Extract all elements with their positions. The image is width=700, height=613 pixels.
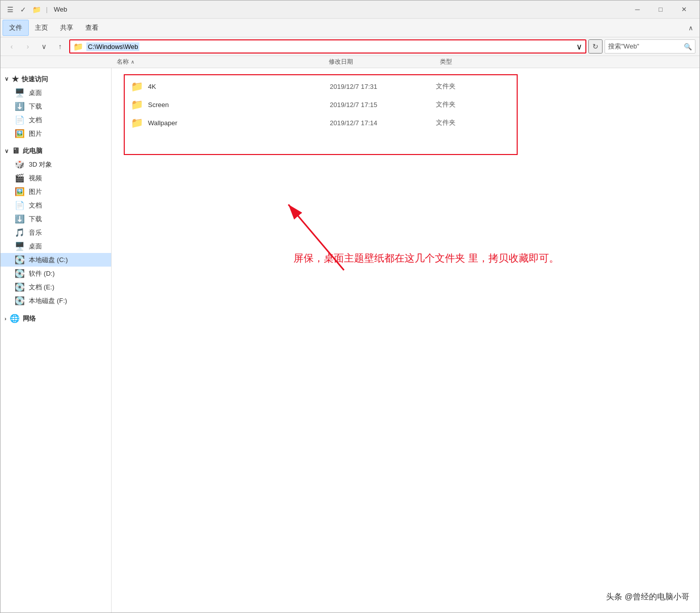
file-date-wallpaper: 2019/12/7 17:14: [330, 119, 431, 127]
sidebar-item-music[interactable]: 🎵 音乐: [1, 226, 111, 239]
col-type[interactable]: 类型: [440, 58, 695, 66]
file-date-4k: 2019/12/7 17:31: [330, 83, 431, 90]
sidebar-item-drive-d[interactable]: 💽 软件 (D:): [1, 267, 111, 280]
window-title: Web: [54, 6, 67, 13]
search-icon[interactable]: 🔍: [684, 43, 692, 50]
forward-button[interactable]: ›: [21, 39, 35, 54]
sidebar-item-downloads-quick[interactable]: ⬇️ 下载: [1, 99, 111, 113]
music-icon: 🎵: [15, 228, 25, 237]
sidebar-network-header[interactable]: › 🌐 网络: [1, 312, 111, 325]
sidebar-item-pictures-quick[interactable]: 🖼️ 图片: [1, 127, 111, 140]
drive-e-icon: 💽: [15, 282, 25, 292]
this-pc-label: 此电脑: [23, 146, 42, 156]
drive-c-icon: 💽: [15, 255, 25, 265]
address-folder-icon: 📁: [73, 42, 83, 52]
quick-access-chevron: ∨: [5, 76, 9, 82]
menu-share[interactable]: 共享: [54, 20, 79, 35]
drive-f-icon: 💽: [15, 296, 25, 305]
sidebar-item-video[interactable]: 🎬 视频: [1, 171, 111, 185]
back-button[interactable]: ‹: [5, 39, 19, 54]
file-date-screen: 2019/12/7 17:15: [330, 101, 431, 109]
search-placeholder: 搜索"Web": [608, 42, 682, 51]
sidebar-item-3d[interactable]: 🎲 3D 对象: [1, 158, 111, 171]
sidebar-quick-access-header[interactable]: ∨ ★ 快速访问: [1, 72, 111, 86]
video-icon: 🎬: [15, 173, 25, 183]
address-bar[interactable]: 📁 C:\Windows\Web ∨: [69, 39, 586, 54]
title-bar-icons: ☰ ✓ 📁 |: [5, 4, 47, 15]
arrow-svg: [263, 189, 415, 280]
refresh-button[interactable]: ↻: [588, 39, 603, 54]
sidebar-this-pc-header[interactable]: ∨ 🖥 此电脑: [1, 144, 111, 158]
file-name-screen: Screen: [148, 101, 325, 109]
file-list-box: 📁 4K 2019/12/7 17:31 文件夹 📁 Screen 2019/1…: [124, 74, 518, 155]
up-button[interactable]: ↑: [53, 39, 67, 54]
title-bar-controls: ─ □ ✕: [626, 1, 695, 19]
sidebar-item-desktop-quick[interactable]: 🖥️ 桌面: [1, 86, 111, 99]
3d-icon: 🎲: [15, 160, 25, 169]
table-row[interactable]: 📁 4K 2019/12/7 17:31 文件夹: [125, 77, 517, 95]
sidebar-item-pictures[interactable]: 🖼️ 图片: [1, 185, 111, 198]
sidebar-item-documents-quick[interactable]: 📄 文档: [1, 113, 111, 127]
maximize-button[interactable]: □: [649, 1, 672, 19]
window: ☰ ✓ 📁 | Web ─ □ ✕ 文件 主页 共享 查看 ∧ ‹ › ∨ ↑ …: [0, 0, 700, 613]
quick-access-label: 快速访问: [22, 75, 48, 84]
file-name-wallpaper: Wallpaper: [148, 119, 325, 127]
watermark: 头条 @曾经的电脑小哥: [606, 592, 689, 602]
sidebar-item-downloads[interactable]: ⬇️ 下载: [1, 212, 111, 226]
star-icon: ★: [12, 74, 19, 84]
annotation-text: 屏保，桌面主题壁纸都在这几个文件夹 里，拷贝收藏即可。: [293, 250, 559, 266]
menu-home[interactable]: 主页: [29, 20, 54, 35]
ribbon: 文件 主页 共享 查看 ∧: [1, 19, 699, 37]
folder-icon-4k: 📁: [131, 80, 143, 92]
computer-icon: 🖥: [12, 146, 20, 156]
title-bar: ☰ ✓ 📁 | Web ─ □ ✕: [1, 1, 699, 19]
file-type-4k: 文件夹: [436, 82, 511, 91]
check-icon[interactable]: ✓: [18, 4, 29, 15]
this-pc-chevron: ∨: [5, 148, 9, 155]
desktop-pc-icon: 🖥️: [15, 241, 25, 251]
column-headers: 名称 ∧ 修改日期 类型: [1, 56, 699, 68]
documents-icon: 📄: [15, 200, 25, 210]
drive-d-icon: 💽: [15, 269, 25, 278]
dropdown-button[interactable]: ∨: [37, 39, 51, 54]
downloads-icon: ⬇️: [15, 214, 25, 224]
col-name[interactable]: 名称 ∧: [117, 58, 329, 66]
minimize-button[interactable]: ─: [626, 1, 649, 19]
sidebar-item-desktop[interactable]: 🖥️ 桌面: [1, 239, 111, 253]
search-box[interactable]: 搜索"Web" 🔍: [605, 39, 695, 54]
folder-icon[interactable]: 📁: [31, 4, 42, 15]
desktop-icon: 🖥️: [15, 88, 25, 97]
menu-file[interactable]: 文件: [3, 20, 29, 36]
close-button[interactable]: ✕: [672, 1, 695, 19]
network-chevron: ›: [5, 316, 7, 322]
file-name-4k: 4K: [148, 83, 325, 90]
network-icon: 🌐: [10, 314, 20, 323]
network-label: 网络: [23, 314, 36, 323]
menu-bar: 文件 主页 共享 查看 ∧: [1, 19, 699, 37]
address-chevron-icon: ∨: [576, 42, 582, 52]
sidebar-item-drive-c[interactable]: 💽 本地磁盘 (C:): [1, 253, 111, 267]
file-type-screen: 文件夹: [436, 100, 511, 109]
sidebar: ∨ ★ 快速访问 🖥️ 桌面 ⬇️ 下载 📄 文档 🖼️ 图片: [1, 68, 112, 612]
col-modified[interactable]: 修改日期: [329, 58, 440, 66]
file-area: 📁 4K 2019/12/7 17:31 文件夹 📁 Screen 2019/1…: [112, 68, 699, 612]
sidebar-item-drive-e[interactable]: 💽 文档 (E:): [1, 280, 111, 294]
document-icon: 📄: [15, 115, 25, 125]
table-row[interactable]: 📁 Wallpaper 2019/12/7 17:14 文件夹: [125, 114, 517, 132]
pictures-icon: 🖼️: [15, 129, 25, 138]
ribbon-collapse-button[interactable]: ∧: [684, 21, 697, 35]
folder-icon-wallpaper: 📁: [131, 117, 143, 129]
menu-view[interactable]: 查看: [79, 20, 105, 35]
sidebar-item-drive-f[interactable]: 💽 本地磁盘 (F:): [1, 294, 111, 308]
address-row: ‹ › ∨ ↑ 📁 C:\Windows\Web ∨ ↻ 搜索"Web" 🔍: [1, 37, 699, 56]
main-content: ∨ ★ 快速访问 🖥️ 桌面 ⬇️ 下载 📄 文档 🖼️ 图片: [1, 68, 699, 612]
annotation-container: 屏保，桌面主题壁纸都在这几个文件夹 里，拷贝收藏即可。: [263, 189, 415, 282]
table-row[interactable]: 📁 Screen 2019/12/7 17:15 文件夹: [125, 95, 517, 114]
pictures-pc-icon: 🖼️: [15, 187, 25, 196]
sidebar-item-documents[interactable]: 📄 文档: [1, 198, 111, 212]
file-type-wallpaper: 文件夹: [436, 118, 511, 127]
menu-icon[interactable]: ☰: [5, 4, 16, 15]
address-path: C:\Windows\Web: [86, 42, 139, 51]
folder-icon-screen: 📁: [131, 98, 143, 111]
download-icon: ⬇️: [15, 101, 25, 111]
